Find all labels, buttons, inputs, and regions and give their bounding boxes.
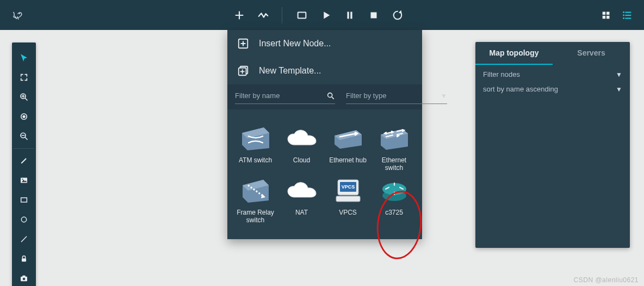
- stop-button[interactable]: [362, 0, 386, 30]
- node-nat[interactable]: NAT: [280, 178, 323, 224]
- svg-rect-16: [625, 17, 631, 19]
- fullscreen-icon[interactable]: [12, 68, 36, 87]
- node-atm-switch[interactable]: ATM switch: [234, 126, 277, 172]
- chevron-down-icon: ▼: [441, 92, 447, 100]
- svg-point-13: [623, 17, 624, 19]
- toolbar-separator: [282, 7, 282, 23]
- svg-point-20: [23, 115, 25, 118]
- svg-rect-1: [298, 12, 306, 18]
- fit-screen-button[interactable]: [290, 0, 314, 30]
- line-tool-icon[interactable]: [12, 229, 36, 249]
- svg-marker-2: [324, 11, 330, 19]
- zoom-in-icon[interactable]: [12, 87, 36, 107]
- cursor-tool[interactable]: [12, 48, 36, 68]
- filter-nodes-row[interactable]: Filter nodes ▼: [475, 65, 630, 84]
- svg-text:VPCS: VPCS: [341, 184, 355, 190]
- svg-rect-7: [603, 11, 606, 14]
- svg-rect-15: [625, 15, 631, 16]
- new-template-label: New Template...: [259, 66, 321, 76]
- rectangle-tool-icon[interactable]: [12, 190, 36, 210]
- watermark: CSDN @alenliu0621: [574, 276, 639, 284]
- svg-point-24: [22, 179, 23, 180]
- router-icon: [379, 178, 410, 204]
- zoom-out-icon[interactable]: [12, 126, 36, 146]
- search-icon: [326, 92, 335, 100]
- filter-by-type-field[interactable]: ▼: [346, 88, 447, 104]
- target-icon[interactable]: [12, 107, 36, 126]
- frame-relay-icon: [240, 178, 271, 204]
- svg-point-0: [19, 13, 20, 14]
- insert-new-node-item[interactable]: Insert New Node...: [227, 30, 422, 57]
- node-label: Cloud: [293, 156, 310, 164]
- svg-rect-8: [606, 11, 610, 14]
- new-template-item[interactable]: New Template...: [227, 57, 422, 84]
- menu-icon[interactable]: [618, 0, 636, 30]
- atm-switch-icon: [240, 126, 271, 152]
- svg-rect-4: [350, 11, 352, 19]
- svg-rect-14: [625, 11, 631, 13]
- tab-servers[interactable]: Servers: [553, 42, 630, 65]
- svg-rect-28: [22, 258, 26, 261]
- svg-rect-25: [21, 198, 27, 202]
- node-label: VPCS: [339, 209, 357, 216]
- image-icon[interactable]: [12, 171, 36, 190]
- top-toolbar: [0, 0, 644, 30]
- node-label: NAT: [295, 209, 308, 216]
- tab-map-topology[interactable]: Map topology: [475, 42, 553, 65]
- svg-rect-30: [22, 276, 25, 277]
- pause-button[interactable]: [338, 0, 362, 30]
- svg-line-27: [21, 236, 26, 241]
- nat-icon: [287, 178, 317, 204]
- svg-rect-49: [336, 196, 360, 202]
- node-label: Frame Relay switch: [234, 209, 277, 224]
- camera-icon[interactable]: [12, 269, 36, 286]
- node-frame-relay[interactable]: Frame Relay switch: [234, 178, 277, 224]
- node-c3725[interactable]: c3725: [373, 178, 416, 224]
- node-vpcs[interactable]: VPCS VPCS: [326, 178, 369, 224]
- node-template-grid: ATM switch Cloud Ethernet hub Ethernet s…: [227, 109, 422, 239]
- filter-by-name-input[interactable]: [235, 92, 326, 100]
- svg-marker-6: [399, 10, 402, 13]
- node-ethernet-switch[interactable]: Ethernet switch: [373, 126, 416, 172]
- svg-point-31: [23, 278, 26, 281]
- node-cloud[interactable]: Cloud: [280, 126, 323, 172]
- filter-by-type-select[interactable]: [346, 92, 437, 100]
- grid-view-icon[interactable]: [597, 0, 616, 30]
- node-ethernet-hub[interactable]: Ethernet hub: [326, 126, 369, 172]
- svg-point-11: [623, 11, 624, 13]
- tab-label: Map topology: [490, 48, 539, 57]
- svg-rect-9: [603, 15, 606, 18]
- node-label: Ethernet switch: [373, 156, 416, 172]
- node-label: ATM switch: [239, 156, 272, 164]
- toolbar-center: [227, 0, 410, 30]
- new-template-icon: [237, 65, 249, 77]
- pencil-icon[interactable]: [12, 151, 36, 171]
- add-button[interactable]: [227, 0, 251, 30]
- add-node-dropdown: Insert New Node... New Template... ▼ ATM…: [227, 30, 422, 239]
- svg-rect-5: [371, 12, 377, 18]
- chevron-down-icon: ▼: [616, 86, 622, 93]
- node-label: Ethernet hub: [329, 156, 367, 164]
- lock-icon[interactable]: [12, 249, 36, 269]
- ethernet-switch-icon: [379, 126, 410, 152]
- sort-row[interactable]: sort by name ascending ▼: [475, 84, 630, 99]
- circle-tool-icon[interactable]: [12, 210, 36, 229]
- chevron-down-icon: ▼: [616, 71, 622, 78]
- sort-label: sort by name ascending: [483, 85, 558, 93]
- reload-button[interactable]: [386, 0, 410, 30]
- play-button[interactable]: [314, 0, 338, 30]
- filter-by-name-field[interactable]: [235, 88, 335, 104]
- insert-new-node-label: Insert New Node...: [259, 39, 331, 48]
- svg-rect-3: [347, 11, 349, 19]
- svg-point-26: [21, 217, 26, 222]
- node-label: c3725: [385, 209, 403, 216]
- svg-rect-10: [606, 15, 610, 18]
- activity-icon[interactable]: [251, 0, 275, 30]
- right-panel-tabs: Map topology Servers: [475, 42, 630, 65]
- sidebar-separator: [14, 148, 34, 149]
- vpcs-icon: VPCS: [333, 178, 363, 204]
- tab-label: Servers: [577, 48, 605, 57]
- app-logo: [0, 0, 35, 30]
- toolbar-right: [597, 0, 636, 30]
- right-panel: Map topology Servers Filter nodes ▼ sort…: [475, 42, 630, 248]
